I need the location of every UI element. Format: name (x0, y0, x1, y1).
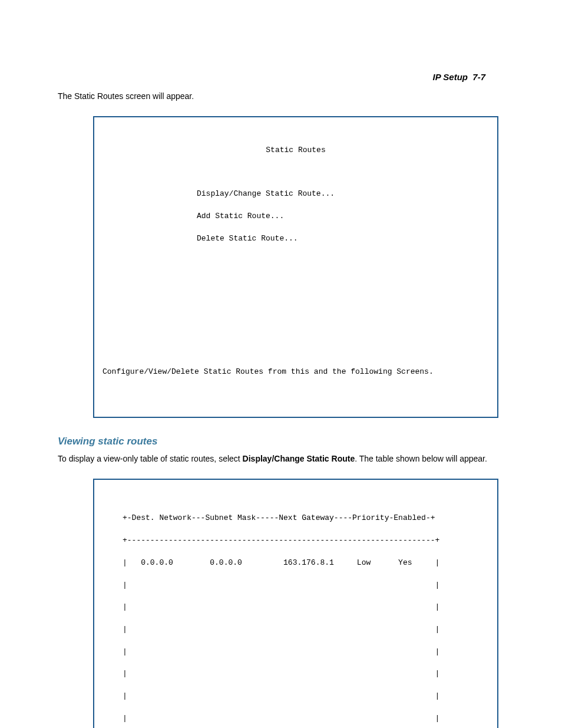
table-blank: | | (103, 668, 489, 680)
menu-display-change: Display/Change Static Route... (103, 189, 489, 200)
menu-delete: Delete Static Route... (103, 233, 489, 245)
table-blank: | | (103, 691, 489, 702)
section-heading: Viewing static routes (58, 436, 504, 447)
table-blank: | | (103, 580, 489, 591)
intro-text-1: The Static Routes screen will appear. (58, 91, 504, 102)
page-header: IP Setup 7-7 (433, 72, 485, 82)
table-blank: | | (103, 713, 489, 724)
table-blank: | | (103, 602, 489, 613)
intro2-pre: To display a view-only table of static r… (58, 454, 243, 463)
screen1-footer: Configure/View/Delete Static Routes from… (103, 367, 489, 378)
table-header-row: +-Dest. Network---Subnet Mask-----Next G… (103, 513, 489, 524)
table-blank: | | (103, 647, 489, 658)
intro2-bold: Display/Change Static Route (243, 454, 355, 463)
screen1-title: Static Routes (103, 145, 489, 156)
intro-text-2: To display a view-only table of static r… (58, 453, 504, 465)
table-blank: | | (103, 624, 489, 635)
page-number: 7-7 (472, 72, 485, 82)
route-table-screen: +-Dest. Network---Subnet Mask-----Next G… (93, 479, 498, 728)
page: IP Setup 7-7 The Static Routes screen wi… (0, 0, 562, 728)
table-sep-top: +---------------------------------------… (103, 535, 489, 546)
menu-add: Add Static Route... (103, 211, 489, 222)
intro2-post: . The table shown below will appear. (355, 454, 487, 463)
static-routes-screen: Static Routes Display/Change Static Rout… (93, 116, 498, 418)
section-label: IP Setup (433, 72, 468, 82)
table-row: | 0.0.0.0 0.0.0.0 163.176.8.1 Low Yes | (103, 558, 489, 569)
